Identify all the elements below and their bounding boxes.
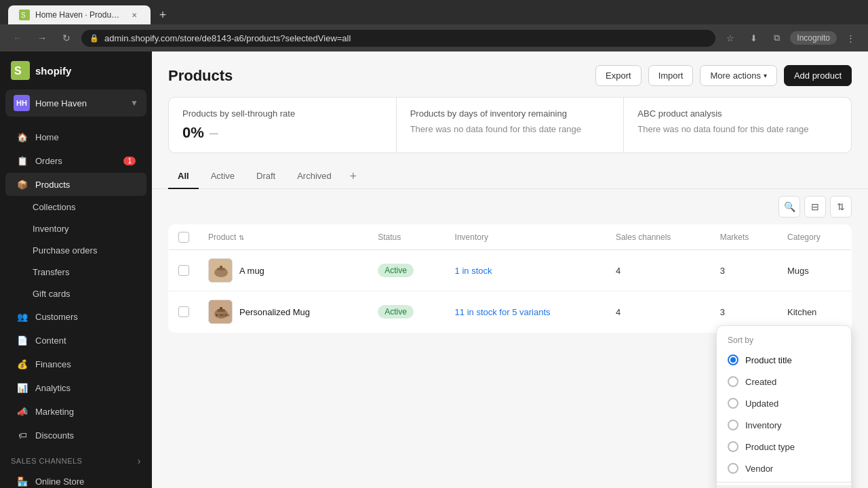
new-tab-button[interactable]: + xyxy=(153,5,172,24)
row2-inventory-link[interactable]: 11 in stock for 5 variants xyxy=(455,307,551,317)
bookmark-icon[interactable]: ☆ xyxy=(721,28,740,47)
sidebar-item-online-store-label: Online Store xyxy=(35,476,84,487)
sidebar-item-products[interactable]: 📦 Products xyxy=(5,173,146,196)
row2-product-name[interactable]: Personalized Mug xyxy=(239,307,310,317)
sidebar-item-customers[interactable]: 👥 Customers xyxy=(5,305,146,328)
sort-option-inventory[interactable]: Inventory xyxy=(717,414,851,436)
sort-radio-inventory xyxy=(728,420,738,430)
sidebar-item-marketing[interactable]: 📣 Marketing xyxy=(5,400,146,423)
row2-sales-channels-cell: 4 xyxy=(606,291,711,333)
store-name: Home Haven xyxy=(35,98,87,108)
header-product[interactable]: Product ⇅ xyxy=(199,225,368,250)
sort-order-az[interactable]: ↑ A-Z xyxy=(717,485,851,488)
sidebar-item-collections[interactable]: Collections xyxy=(5,197,146,218)
tab-archived[interactable]: Archived xyxy=(288,164,341,189)
row1-product-name[interactable]: A mug xyxy=(239,266,264,276)
sort-button[interactable]: ⇅ xyxy=(830,196,852,218)
sell-through-value: 0% — xyxy=(182,124,382,142)
product-sort[interactable]: Product ⇅ xyxy=(208,232,359,242)
more-actions-chevron-icon: ▾ xyxy=(764,72,767,79)
product-col-label: Product xyxy=(208,232,236,242)
extensions-icon[interactable]: ⧉ xyxy=(767,28,786,47)
customers-icon: 👥 xyxy=(16,310,28,323)
sales-channels-section: Sales channels › xyxy=(0,447,152,469)
row1-thumb-img xyxy=(209,259,233,283)
header-checkbox[interactable] xyxy=(178,232,189,243)
sidebar-item-gift-cards[interactable]: Gift cards xyxy=(5,283,146,304)
tab-draft[interactable]: Draft xyxy=(247,164,285,189)
refresh-button[interactable]: ↻ xyxy=(57,28,76,47)
row2-thumb-img: ♥ MOM xyxy=(209,300,233,324)
sort-option-product-title[interactable]: Product title xyxy=(717,349,851,371)
export-button[interactable]: Export xyxy=(595,65,642,86)
sidebar-item-discounts-label: Discounts xyxy=(35,430,74,441)
tab-all[interactable]: All xyxy=(168,164,199,189)
table-header: Product ⇅ Status Inventory Sales channel… xyxy=(169,225,852,250)
row2-checkbox-cell xyxy=(169,291,199,333)
analytics-cards: Products by sell-through rate 0% — Produ… xyxy=(168,97,852,153)
row1-sales-channels-cell: 4 xyxy=(606,250,711,291)
active-tab[interactable]: S Home Haven · Products · Shopi ✕ xyxy=(8,5,151,24)
store-selector-chevron: ▼ xyxy=(130,98,138,108)
inventory-days-no-data: There was no data found for this date ra… xyxy=(410,124,610,134)
sort-option-vendor[interactable]: Vendor xyxy=(717,458,851,479)
sort-option-product-type[interactable]: Product type xyxy=(717,436,851,458)
sort-dropdown: Sort by Product title Created Updated In… xyxy=(716,325,852,488)
filter-button[interactable]: ⊟ xyxy=(804,196,826,218)
header-status: Status xyxy=(368,225,445,250)
row1-checkbox-cell xyxy=(169,250,199,291)
forward-button[interactable]: → xyxy=(33,28,52,47)
sort-option-created[interactable]: Created xyxy=(717,371,851,392)
row1-inventory-link[interactable]: 1 in stock xyxy=(455,266,492,276)
tab-active[interactable]: Active xyxy=(201,164,244,189)
analytics-card-abc[interactable]: ABC product analysis There was no data f… xyxy=(624,98,851,152)
content-icon: 📄 xyxy=(16,334,28,346)
sidebar-item-online-store[interactable]: 🏪 Online Store xyxy=(5,470,146,488)
sidebar-item-discounts[interactable]: 🏷 Discounts xyxy=(5,424,146,447)
more-actions-button[interactable]: More actions ▾ xyxy=(700,65,776,86)
row2-checkbox[interactable] xyxy=(178,306,189,317)
import-button[interactable]: Import xyxy=(648,65,694,86)
sidebar-item-content[interactable]: 📄 Content xyxy=(5,329,146,352)
tab-close-button[interactable]: ✕ xyxy=(129,9,140,20)
sidebar-item-inventory-label: Inventory xyxy=(33,224,68,234)
sell-through-trend: — xyxy=(210,128,218,138)
sort-dropdown-title: Sort by xyxy=(717,331,851,349)
sidebar-item-home[interactable]: 🏠 Home xyxy=(5,125,146,148)
analytics-card-inventory-days[interactable]: Products by days of inventory remaining … xyxy=(397,98,624,152)
address-bar[interactable]: 🔒 admin.shopify.com/store/de8143-a6/prod… xyxy=(81,30,715,47)
download-icon[interactable]: ⬇ xyxy=(744,28,763,47)
sidebar-item-orders[interactable]: 📋 Orders 1 xyxy=(5,149,146,172)
sidebar-item-finances[interactable]: 💰 Finances xyxy=(5,352,146,375)
store-selector[interactable]: HH Home Haven ▼ xyxy=(5,89,146,117)
header-markets: Markets xyxy=(711,225,778,250)
sidebar-item-analytics[interactable]: 📊 Analytics xyxy=(5,376,146,399)
header-actions: Export Import More actions ▾ Add product xyxy=(595,65,852,86)
sidebar-item-purchase-orders[interactable]: Purchase orders xyxy=(5,240,146,261)
discounts-icon: 🏷 xyxy=(16,429,28,441)
sidebar-item-transfers[interactable]: Transfers xyxy=(5,262,146,283)
back-button[interactable]: ← xyxy=(8,28,27,47)
add-product-button[interactable]: Add product xyxy=(784,65,852,86)
search-button[interactable]: 🔍 xyxy=(778,196,800,218)
sort-option-updated[interactable]: Updated xyxy=(717,392,851,414)
sidebar-item-inventory[interactable]: Inventory xyxy=(5,218,146,239)
sidebar-item-transfers-label: Transfers xyxy=(33,267,69,277)
sort-option-created-label: Created xyxy=(745,377,776,387)
sort-radio-vendor xyxy=(728,463,738,474)
tab-add-button[interactable]: + xyxy=(344,167,363,186)
toolbar-icons: ☆ ⬇ ⧉ Incognito ⋮ xyxy=(721,28,860,47)
sell-through-title: Products by sell-through rate xyxy=(182,108,382,119)
sort-option-product-type-label: Product type xyxy=(745,442,795,452)
menu-icon[interactable]: ⋮ xyxy=(841,28,860,47)
store-initials: HH xyxy=(16,99,27,107)
browser-chrome: S Home Haven · Products · Shopi ✕ + xyxy=(0,0,868,24)
marketing-icon: 📣 xyxy=(16,405,28,418)
url-text: admin.shopify.com/store/de8143-a6/produc… xyxy=(104,33,351,43)
orders-badge: 1 xyxy=(123,157,136,165)
svg-rect-7 xyxy=(220,266,222,268)
analytics-card-sell-through[interactable]: Products by sell-through rate 0% — xyxy=(169,98,396,152)
header-sales-channels: Sales channels xyxy=(606,225,711,250)
sales-channels-expand-icon[interactable]: › xyxy=(138,455,141,466)
row1-checkbox[interactable] xyxy=(178,265,189,276)
